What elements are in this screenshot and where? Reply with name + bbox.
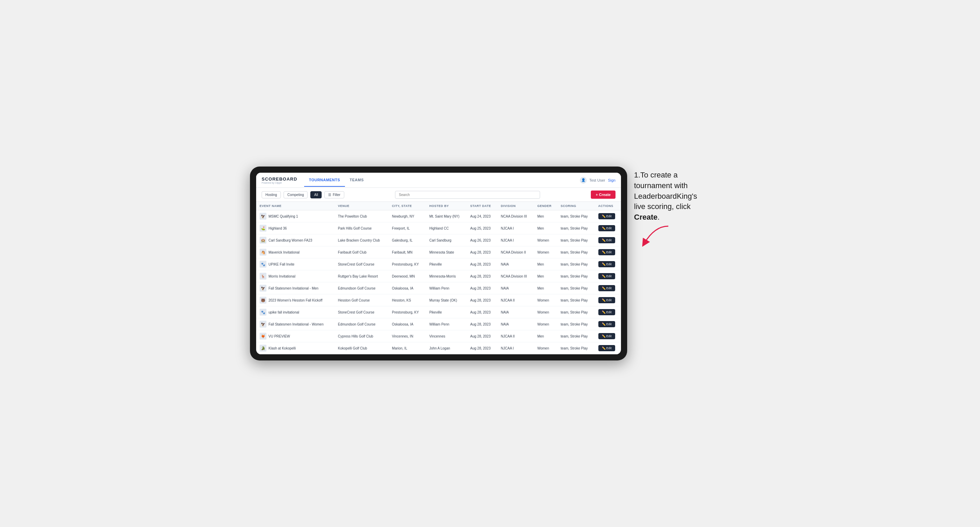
cell-gender: Women [534,306,557,318]
search-input[interactable] [395,191,540,199]
cell-venue: Cypress Hills Golf Club [335,330,389,342]
cell-venue: StoneCrest Golf Course [335,306,389,318]
cell-city-state: Hesston, KS [388,294,426,306]
col-venue: VENUE [335,202,389,210]
event-logo: 🐊 [259,345,266,352]
cell-start-date: Aug 28, 2023 [467,330,497,342]
all-button[interactable]: All [310,191,321,198]
logo-title: SCOREBOARD [262,176,297,182]
cell-gender: Men [534,283,557,294]
cell-gender: Women [534,246,557,258]
table-row: 🦅 MSMC Qualifying 1 The Powelton Club Ne… [256,210,621,222]
event-logo: 🐴 [259,249,266,256]
edit-button[interactable]: ✏️ Edit [598,309,615,315]
cell-actions: ✏️ Edit [595,342,621,354]
annotation-cta: Create [634,213,657,221]
edit-button[interactable]: ✏️ Edit [598,225,615,231]
nav-bar: SCOREBOARD Powered by Clippit TOURNAMENT… [256,173,621,188]
col-hosted-by: HOSTED BY [426,202,467,210]
cell-actions: ✏️ Edit [595,234,621,246]
cell-venue: Edmundson Golf Course [335,318,389,330]
cell-hosted-by: Mt. Saint Mary (NY) [426,210,467,222]
event-logo: 🦌 [259,273,266,279]
cell-gender: Men [534,270,557,283]
cell-city-state: Faribault, MN [388,246,426,258]
cell-division: NJCAA I [498,342,534,354]
cell-venue: Kokopelli Golf Club [335,342,389,354]
filter-button[interactable]: ☰ Filter [325,191,344,198]
cell-scoring: team, Stroke Play [557,306,595,318]
col-event-name: EVENT NAME [256,202,335,210]
cell-city-state: Vincennes, IN [388,330,426,342]
table-row: 🦅 Fall Statesmen Invitational - Women Ed… [256,318,621,330]
cell-division: NCAA Division III [498,210,534,222]
logo-sub: Powered by Clippit [262,182,297,184]
cell-city-state: Deerwood, MN [388,270,426,283]
table-header-row: EVENT NAME VENUE CITY, STATE HOSTED BY S… [256,202,621,210]
cell-start-date: Aug 25, 2023 [467,222,497,234]
table-row: 🐴 Maverick Invitational Faribault Golf C… [256,246,621,258]
cell-event-name: 🦊 VU PREVIEW [256,330,335,342]
cell-start-date: Aug 26, 2023 [467,234,497,246]
cell-event-name: 🐻 2023 Women's Hesston Fall Kickoff [256,294,335,306]
toolbar: Hosting Competing All ☰ Filter + Create [256,188,621,202]
edit-button[interactable]: ✏️ Edit [598,213,615,219]
event-logo: 🐾 [259,261,266,268]
table-row: 🦊 VU PREVIEW Cypress Hills Golf Club Vin… [256,330,621,342]
cell-scoring: team, Stroke Play [557,330,595,342]
cell-scoring: team, Stroke Play [557,234,595,246]
table-row: 🐾 UPIKE Fall Invite StoneCrest Golf Cour… [256,258,621,270]
cell-division: NAIA [498,318,534,330]
table-container: EVENT NAME VENUE CITY, STATE HOSTED BY S… [256,202,621,354]
tablet-wrapper: SCOREBOARD Powered by Clippit TOURNAMENT… [250,167,627,360]
create-button[interactable]: + Create [591,190,616,199]
edit-button[interactable]: ✏️ Edit [598,249,615,255]
edit-button[interactable]: ✏️ Edit [598,333,615,339]
cell-gender: Women [534,318,557,330]
event-logo: 🐻 [259,297,266,303]
cell-actions: ✏️ Edit [595,222,621,234]
col-scoring: SCORING [557,202,595,210]
cell-scoring: team, Stroke Play [557,270,595,283]
cell-city-state: Galesburg, IL [388,234,426,246]
cell-scoring: team, Stroke Play [557,342,595,354]
col-start-date: START DATE [467,202,497,210]
competing-button[interactable]: Competing [283,191,307,198]
sign-label[interactable]: Sign [608,178,616,182]
edit-button[interactable]: ✏️ Edit [598,237,615,243]
cell-division: NCAA Division III [498,270,534,283]
cell-hosted-by: Carl Sandburg [426,234,467,246]
cell-venue: Ruttger's Bay Lake Resort [335,270,389,283]
cell-start-date: Aug 24, 2023 [467,210,497,222]
cell-start-date: Aug 28, 2023 [467,342,497,354]
cell-start-date: Aug 28, 2023 [467,283,497,294]
tab-teams[interactable]: TEAMS [345,174,369,187]
table-row: 🐊 Klash at Kokopelli Kokopelli Golf Club… [256,342,621,354]
cell-gender: Men [534,210,557,222]
outer-container: SCOREBOARD Powered by Clippit TOURNAMENT… [250,167,730,360]
cell-hosted-by: Minnesota State [426,246,467,258]
edit-button[interactable]: ✏️ Edit [598,285,615,291]
cell-actions: ✏️ Edit [595,283,621,294]
hosting-button[interactable]: Hosting [262,191,281,198]
cell-scoring: team, Stroke Play [557,283,595,294]
table-row: 🏫 Carl Sandburg Women FA23 Lake Bracken … [256,234,621,246]
col-actions: ACTIONS [595,202,621,210]
cell-start-date: Aug 28, 2023 [467,294,497,306]
annotation-area: 1.To create a tournament with Leaderboar… [634,167,730,251]
cell-hosted-by: Murray State (OK) [426,294,467,306]
edit-button[interactable]: ✏️ Edit [598,273,615,279]
cell-hosted-by: Pikeville [426,258,467,270]
edit-button[interactable]: ✏️ Edit [598,321,615,327]
tab-tournaments[interactable]: TOURNAMENTS [304,174,345,187]
edit-button[interactable]: ✏️ Edit [598,345,615,351]
cell-gender: Women [534,294,557,306]
arrow-icon [634,223,675,250]
cell-venue: Hesston Golf Course [335,294,389,306]
cell-start-date: Aug 28, 2023 [467,318,497,330]
cell-gender: Men [534,222,557,234]
edit-button[interactable]: ✏️ Edit [598,261,615,267]
cell-gender: Men [534,330,557,342]
cell-start-date: Aug 28, 2023 [467,258,497,270]
edit-button[interactable]: ✏️ Edit [598,297,615,303]
